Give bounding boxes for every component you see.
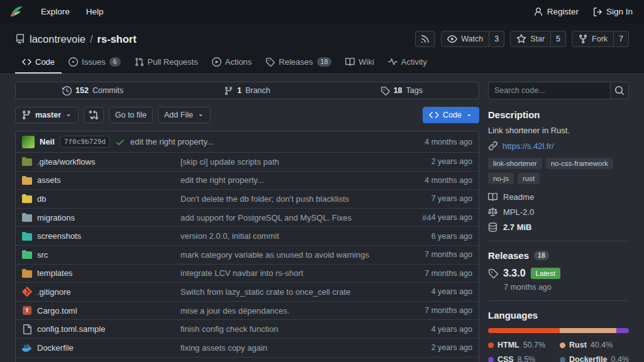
tab-activity[interactable]: Activity [381,52,434,74]
repo-meta-2-7-mib[interactable]: 2.7 MiB [488,222,629,232]
meta-label: Readme [503,192,534,202]
commit-message-link[interactable]: integrate LCV navbar into rs-short [180,268,425,278]
latest-badge: Latest [531,268,560,279]
commit-message-link[interactable]: mise a jour des dépendances. [180,306,425,315]
language-legend: HTML50.7%Rust40.4%CSS8.5%Dockerfile0.4% [488,341,629,362]
register-link[interactable]: Register [533,7,579,17]
repo-owner-link[interactable]: lacontrevoie [30,33,86,45]
file-name-link[interactable]: .gitignore [22,287,180,297]
tag-icon [265,57,275,67]
issue-icon [69,57,78,67]
release-row: 3.3.0 Latest [488,268,629,279]
star-count[interactable]: 5 [551,31,566,47]
file-name-link[interactable]: TCargo.toml [22,306,180,315]
nav-link-explore[interactable]: Explore [41,7,70,16]
nav-link-help[interactable]: Help [86,7,104,16]
topic-link-shortener[interactable]: link-shortener [488,158,542,169]
star-label: Star [530,35,545,43]
sign-in-link[interactable]: Sign In [592,7,633,17]
rss-button[interactable] [415,31,435,47]
tab-releases[interactable]: Releases18 [258,52,338,74]
file-name-link[interactable]: screenshots [22,231,180,241]
search-code-input[interactable] [488,82,610,99]
topic-rust[interactable]: rust [518,173,540,184]
commit-message-link[interactable]: edit the right property... [180,175,425,185]
file-name-link[interactable]: assets [22,175,180,185]
file-name: .gitea/workflows [37,157,95,167]
file-name-link[interactable]: templates [22,268,180,278]
website-link[interactable]: https://s.42l.fr/ [488,141,629,151]
release-version-link[interactable]: 3.3.0 [503,268,526,279]
add-file-button[interactable]: Add File [158,107,211,123]
tab-actions[interactable]: Actions [205,52,259,74]
file-name-link[interactable]: Dockerfile [22,343,180,353]
stat-commits[interactable]: 152Commits [16,82,170,99]
language-percent: 8.5% [518,355,536,362]
file-name-link[interactable]: src [22,250,180,260]
commit-age: 6 years ago [431,232,472,241]
commit-message-link[interactable]: mark category variable as unused to avoi… [180,250,425,260]
commit-author-link[interactable]: Neil [40,137,55,146]
file-name-link[interactable]: config.toml.sample [22,324,180,334]
file-table: Neil 7f0c9b729d edit the right property.… [15,131,479,362]
branch-selector[interactable]: master [15,107,79,123]
repo-name-link[interactable]: rs-short [97,33,136,45]
release-age: 7 months ago [504,283,629,292]
file-name-link[interactable]: .gitea/workflows [22,156,180,167]
language-css[interactable]: CSS8.5% [488,355,556,362]
commit-message-link[interactable]: [skip ci] update scripts path [180,157,431,167]
commit-message-link[interactable]: version 2.0.0, initial commit [180,231,431,241]
repo-meta-readme[interactable]: Readme [488,192,629,202]
stat-tags[interactable]: 18Tags [325,82,479,99]
history-icon [62,86,72,96]
star-button[interactable]: Star [510,31,551,47]
tab-issues[interactable]: Issues6 [62,52,127,74]
compare-button[interactable] [84,107,104,123]
commit-hash-link[interactable]: 7f0c9b729d [60,136,110,148]
content: 152Commits1Branch18Tags master Go to fil… [0,74,644,362]
tab-count-badge: 6 [109,57,121,67]
commit-message-link[interactable]: add support for PostgreSQL and MySQL. Fi… [180,213,422,222]
commit-message-link[interactable]: finish config check function [180,324,431,334]
language-rust[interactable]: Rust40.4% [560,341,629,349]
tab-code[interactable]: Code [15,52,62,74]
issue-link[interactable]: #4 [422,213,431,222]
commit-age: 4 years ago [431,287,472,296]
file-name-link[interactable]: db [22,194,180,204]
languages-title: Languages [488,310,629,321]
search-button[interactable] [610,82,629,99]
site-logo-icon[interactable] [8,4,23,19]
code-download-button[interactable]: Code [423,107,479,123]
add-file-label: Add File [164,111,193,119]
file-name-link[interactable]: migrations [22,212,180,222]
stat-branch[interactable]: 1Branch [170,82,324,99]
language-dockerfile[interactable]: Dockerfile0.4% [560,355,629,362]
tab-wiki[interactable]: Wiki [338,52,381,74]
file-name: config.toml.sample [37,324,105,334]
topic-no-css-framework[interactable]: no-css-framework [546,158,613,169]
topic-no-js[interactable]: no-js [488,173,514,184]
latest-commit-age: 4 months ago [425,138,472,146]
go-to-file-button[interactable]: Go to file [109,107,153,123]
commit-message-link[interactable]: fixing assets copy again [180,343,431,353]
avatar[interactable] [22,136,35,148]
file-name: Dockerfile [37,343,74,353]
latest-commit-message-link[interactable]: edit the right property... [130,137,214,146]
fork-button[interactable]: Fork [572,31,614,47]
stat-value: 152 [75,86,89,95]
repo-description: Link shortener in Rust. [488,126,629,135]
link-icon [488,141,498,151]
repo-meta-mpl-2-0[interactable]: MPL-2.0 [488,207,629,217]
watch-button-group: Watch 3 [441,31,504,47]
watch-button[interactable]: Watch [441,31,489,47]
commit-message-link[interactable]: Switch from lazy_static crate to once_ce… [180,287,431,297]
commit-age: 2 years ago [431,157,472,166]
commit-age: 7 years ago [431,194,472,203]
watch-count[interactable]: 3 [489,31,504,47]
commit-message-link[interactable]: Don't delete the db folder; don't push b… [180,194,431,204]
language-bar-segment-rust [560,328,616,333]
fork-count[interactable]: 7 [614,31,629,47]
tag-icon [488,268,498,278]
language-html[interactable]: HTML50.7% [488,341,556,349]
tab-pull-requests[interactable]: Pull Requests [128,52,205,74]
